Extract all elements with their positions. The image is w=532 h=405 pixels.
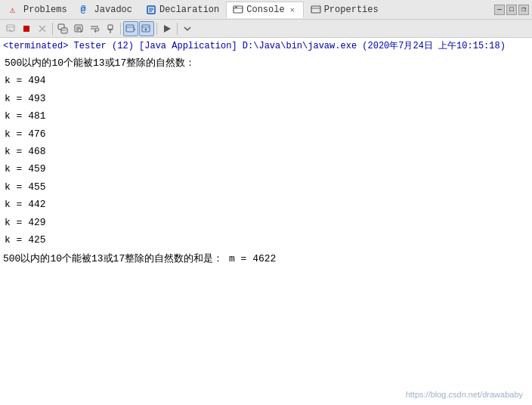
tab-console[interactable]: Console ✕ (226, 2, 303, 18)
minimize-button[interactable]: — (494, 5, 505, 15)
javadoc-icon: @ (81, 5, 91, 15)
tab-console-label: Console (246, 5, 284, 15)
svg-rect-4 (234, 6, 243, 13)
svg-point-31 (145, 28, 147, 30)
remove-launch-button[interactable] (35, 21, 50, 36)
console-run-header: <terminated> Tester (12) [Java Applicati… (3, 39, 529, 53)
new-console-button[interactable] (55, 21, 70, 36)
maximize-button[interactable]: □ (506, 5, 517, 15)
properties-icon (311, 5, 321, 15)
console-line-8: k = 429 (3, 214, 529, 231)
svg-rect-27 (126, 25, 134, 32)
console-line-4: k = 468 (3, 143, 529, 160)
console-line-0: k = 494 (3, 72, 529, 89)
tab-declaration[interactable]: Declaration (139, 2, 226, 18)
new-launch-button[interactable] (159, 21, 175, 36)
console-line-1: k = 493 (3, 90, 529, 107)
terminate-button[interactable] (19, 21, 34, 36)
toolbar-sep-3 (156, 23, 157, 35)
console-line-5: k = 459 (3, 160, 529, 178)
console-output: <terminated> Tester (12) [Java Applicati… (0, 38, 532, 405)
console-line-2: k = 481 (3, 107, 529, 125)
display-selected-console[interactable] (139, 21, 154, 36)
svg-marker-32 (164, 25, 171, 32)
svg-rect-12 (23, 26, 29, 32)
tab-properties[interactable]: Properties (304, 2, 385, 18)
svg-rect-25 (108, 25, 113, 29)
clear-console-button[interactable] (3, 21, 18, 36)
console-line-6: k = 455 (3, 178, 529, 196)
console-summary: 500以内的10个能被13或17整除的自然数的和是： m = 4622 (3, 250, 529, 267)
tab-javadoc[interactable]: @ Javadoc (74, 2, 139, 18)
view-menu-button[interactable] (180, 21, 195, 36)
svg-rect-16 (61, 28, 67, 33)
pin-button[interactable] (103, 21, 118, 36)
word-wrap-button[interactable] (87, 21, 102, 36)
problems-icon: ⚠ (10, 5, 20, 15)
toolbar-sep-4 (177, 23, 178, 35)
tab-problems-label: Problems (23, 5, 67, 15)
console-intro: 500以内的10个能被13或17整除的自然数： (3, 54, 529, 72)
console-line-9: k = 425 (3, 231, 529, 249)
tab-properties-label: Properties (324, 5, 379, 15)
restore-button[interactable]: ❐ (518, 5, 529, 15)
console-toolbar (0, 20, 532, 38)
toolbar-sep-2 (120, 23, 121, 35)
watermark: https://blog.csdn.net/drawababy (406, 390, 523, 399)
open-console-dropdown[interactable] (123, 21, 138, 36)
tab-declaration-label: Declaration (159, 5, 219, 15)
tab-console-close[interactable]: ✕ (288, 5, 297, 14)
scroll-lock-button[interactable] (71, 21, 86, 36)
svg-rect-6 (235, 7, 237, 8)
console-line-3: k = 476 (3, 125, 529, 143)
tab-bar: ⚠ Problems @ Javadoc Declaration Console (0, 0, 532, 20)
window-controls: — □ ❐ (494, 5, 529, 15)
svg-rect-7 (311, 6, 320, 13)
declaration-icon (146, 5, 156, 15)
tab-problems[interactable]: ⚠ Problems (3, 2, 74, 18)
tab-javadoc-label: Javadoc (94, 5, 132, 15)
console-icon (233, 5, 243, 15)
toolbar-sep-1 (52, 23, 53, 35)
console-line-7: k = 442 (3, 196, 529, 213)
